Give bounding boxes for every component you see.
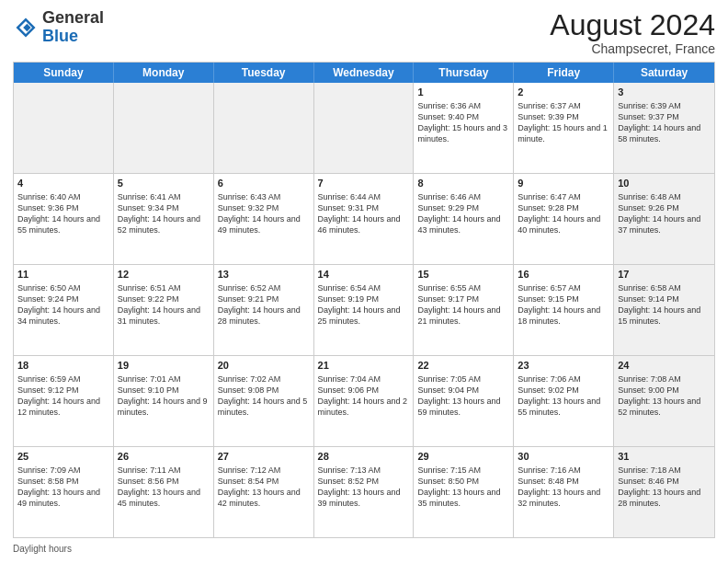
cal-week-4: 18Sunrise: 6:59 AM Sunset: 9:12 PM Dayli… bbox=[14, 355, 714, 446]
cal-day-11: 11Sunrise: 6:50 AM Sunset: 9:24 PM Dayli… bbox=[14, 265, 114, 355]
cal-day-5: 5Sunrise: 6:41 AM Sunset: 9:34 PM Daylig… bbox=[114, 174, 214, 264]
cal-day-6: 6Sunrise: 6:43 AM Sunset: 9:32 PM Daylig… bbox=[214, 174, 314, 264]
cal-day-19: 19Sunrise: 7:01 AM Sunset: 9:10 PM Dayli… bbox=[114, 356, 214, 446]
cal-empty bbox=[314, 83, 415, 173]
day-info: Sunrise: 7:16 AM Sunset: 8:48 PM Dayligh… bbox=[518, 465, 600, 508]
day-info: Sunrise: 6:51 AM Sunset: 9:22 PM Dayligh… bbox=[118, 283, 200, 326]
page: General Blue August 2024 Champsecret, Fr… bbox=[0, 0, 728, 563]
day-info: Sunrise: 6:55 AM Sunset: 9:17 PM Dayligh… bbox=[417, 283, 500, 326]
cal-day-2: 2Sunrise: 6:37 AM Sunset: 9:39 PM Daylig… bbox=[514, 83, 614, 173]
cal-day-31: 31Sunrise: 7:18 AM Sunset: 8:46 PM Dayli… bbox=[614, 447, 714, 537]
cal-day-10: 10Sunrise: 6:48 AM Sunset: 9:26 PM Dayli… bbox=[614, 174, 714, 264]
day-number: 21 bbox=[318, 359, 410, 373]
day-info: Sunrise: 6:54 AM Sunset: 9:19 PM Dayligh… bbox=[318, 283, 401, 326]
cal-day-4: 4Sunrise: 6:40 AM Sunset: 9:36 PM Daylig… bbox=[14, 174, 114, 264]
cal-week-5: 25Sunrise: 7:09 AM Sunset: 8:58 PM Dayli… bbox=[14, 446, 714, 537]
day-number: 7 bbox=[318, 177, 410, 190]
day-number: 5 bbox=[118, 177, 210, 190]
day-info: Sunrise: 7:18 AM Sunset: 8:46 PM Dayligh… bbox=[618, 465, 700, 508]
day-number: 29 bbox=[417, 450, 509, 464]
cal-day-1: 1Sunrise: 6:36 AM Sunset: 9:40 PM Daylig… bbox=[414, 83, 514, 173]
day-info: Sunrise: 7:02 AM Sunset: 9:08 PM Dayligh… bbox=[218, 374, 308, 417]
day-number: 31 bbox=[618, 450, 711, 464]
day-number: 3 bbox=[618, 86, 711, 99]
cal-day-24: 24Sunrise: 7:08 AM Sunset: 9:00 PM Dayli… bbox=[614, 356, 714, 446]
day-number: 13 bbox=[218, 268, 310, 282]
day-info: Sunrise: 6:50 AM Sunset: 9:24 PM Dayligh… bbox=[17, 283, 100, 326]
cal-day-29: 29Sunrise: 7:15 AM Sunset: 8:50 PM Dayli… bbox=[414, 447, 514, 537]
cal-day-23: 23Sunrise: 7:06 AM Sunset: 9:02 PM Dayli… bbox=[514, 356, 614, 446]
cal-empty bbox=[114, 83, 214, 173]
footer: Daylight hours bbox=[13, 544, 715, 554]
cal-day-18: 18Sunrise: 6:59 AM Sunset: 9:12 PM Dayli… bbox=[14, 356, 114, 446]
logo-text: General Blue bbox=[42, 9, 104, 46]
day-number: 27 bbox=[218, 450, 310, 464]
title-block: August 2024 Champsecret, France bbox=[550, 9, 715, 56]
day-of-week-monday: Monday bbox=[114, 63, 214, 83]
cal-day-8: 8Sunrise: 6:46 AM Sunset: 9:29 PM Daylig… bbox=[414, 174, 514, 264]
day-info: Sunrise: 7:05 AM Sunset: 9:04 PM Dayligh… bbox=[417, 374, 500, 417]
cal-day-17: 17Sunrise: 6:58 AM Sunset: 9:14 PM Dayli… bbox=[614, 265, 714, 355]
day-info: Sunrise: 6:44 AM Sunset: 9:31 PM Dayligh… bbox=[318, 192, 401, 235]
logo-general: General bbox=[42, 8, 104, 27]
day-number: 9 bbox=[518, 177, 609, 190]
day-number: 8 bbox=[417, 177, 509, 190]
cal-week-2: 4Sunrise: 6:40 AM Sunset: 9:36 PM Daylig… bbox=[14, 173, 714, 264]
calendar-body: 1Sunrise: 6:36 AM Sunset: 9:40 PM Daylig… bbox=[14, 83, 714, 537]
day-number: 1 bbox=[417, 86, 509, 99]
cal-day-9: 9Sunrise: 6:47 AM Sunset: 9:28 PM Daylig… bbox=[514, 174, 614, 264]
day-info: Sunrise: 6:57 AM Sunset: 9:15 PM Dayligh… bbox=[518, 283, 600, 326]
cal-empty bbox=[214, 83, 314, 173]
day-number: 30 bbox=[518, 450, 609, 464]
cal-day-12: 12Sunrise: 6:51 AM Sunset: 9:22 PM Dayli… bbox=[114, 265, 214, 355]
day-info: Sunrise: 7:08 AM Sunset: 9:00 PM Dayligh… bbox=[618, 374, 700, 417]
cal-day-3: 3Sunrise: 6:39 AM Sunset: 9:37 PM Daylig… bbox=[614, 83, 714, 173]
day-number: 6 bbox=[218, 177, 310, 190]
day-info: Sunrise: 6:52 AM Sunset: 9:21 PM Dayligh… bbox=[218, 283, 301, 326]
day-number: 22 bbox=[417, 359, 509, 373]
day-of-week-thursday: Thursday bbox=[414, 63, 514, 83]
cal-day-25: 25Sunrise: 7:09 AM Sunset: 8:58 PM Dayli… bbox=[14, 447, 114, 537]
cal-day-30: 30Sunrise: 7:16 AM Sunset: 8:48 PM Dayli… bbox=[514, 447, 614, 537]
day-number: 23 bbox=[518, 359, 609, 373]
daylight-hours-label: Daylight hours bbox=[13, 544, 72, 554]
calendar: SundayMondayTuesdayWednesdayThursdayFrid… bbox=[13, 62, 715, 538]
day-info: Sunrise: 7:06 AM Sunset: 9:02 PM Dayligh… bbox=[518, 374, 600, 417]
day-info: Sunrise: 6:41 AM Sunset: 9:34 PM Dayligh… bbox=[118, 192, 200, 235]
day-info: Sunrise: 6:47 AM Sunset: 9:28 PM Dayligh… bbox=[518, 192, 600, 235]
day-info: Sunrise: 7:15 AM Sunset: 8:50 PM Dayligh… bbox=[417, 465, 500, 508]
day-number: 15 bbox=[417, 268, 509, 282]
day-of-week-saturday: Saturday bbox=[614, 63, 714, 83]
day-number: 26 bbox=[118, 450, 210, 464]
header: General Blue August 2024 Champsecret, Fr… bbox=[13, 9, 715, 56]
day-of-week-tuesday: Tuesday bbox=[214, 63, 314, 83]
cal-day-15: 15Sunrise: 6:55 AM Sunset: 9:17 PM Dayli… bbox=[414, 265, 514, 355]
day-info: Sunrise: 7:09 AM Sunset: 8:58 PM Dayligh… bbox=[17, 465, 100, 508]
day-number: 2 bbox=[518, 86, 609, 99]
cal-day-28: 28Sunrise: 7:13 AM Sunset: 8:52 PM Dayli… bbox=[314, 447, 415, 537]
day-info: Sunrise: 6:39 AM Sunset: 9:37 PM Dayligh… bbox=[618, 101, 700, 144]
cal-day-27: 27Sunrise: 7:12 AM Sunset: 8:54 PM Dayli… bbox=[214, 447, 314, 537]
day-info: Sunrise: 6:36 AM Sunset: 9:40 PM Dayligh… bbox=[417, 101, 507, 144]
logo: General Blue bbox=[13, 9, 104, 46]
logo-blue: Blue bbox=[42, 27, 78, 45]
generalblue-logo-icon bbox=[13, 15, 39, 40]
day-info: Sunrise: 6:37 AM Sunset: 9:39 PM Dayligh… bbox=[518, 101, 608, 144]
cal-day-21: 21Sunrise: 7:04 AM Sunset: 9:06 PM Dayli… bbox=[314, 356, 415, 446]
day-of-week-wednesday: Wednesday bbox=[314, 63, 415, 83]
day-number: 28 bbox=[318, 450, 410, 464]
day-number: 4 bbox=[17, 177, 109, 190]
day-number: 24 bbox=[618, 359, 711, 373]
day-number: 16 bbox=[518, 268, 609, 282]
calendar-header: SundayMondayTuesdayWednesdayThursdayFrid… bbox=[14, 63, 714, 83]
day-info: Sunrise: 7:11 AM Sunset: 8:56 PM Dayligh… bbox=[118, 465, 200, 508]
cal-day-13: 13Sunrise: 6:52 AM Sunset: 9:21 PM Dayli… bbox=[214, 265, 314, 355]
day-number: 10 bbox=[618, 177, 711, 190]
day-info: Sunrise: 6:40 AM Sunset: 9:36 PM Dayligh… bbox=[17, 192, 100, 235]
day-of-week-sunday: Sunday bbox=[14, 63, 114, 83]
cal-day-20: 20Sunrise: 7:02 AM Sunset: 9:08 PM Dayli… bbox=[214, 356, 314, 446]
day-info: Sunrise: 6:59 AM Sunset: 9:12 PM Dayligh… bbox=[17, 374, 100, 417]
cal-day-22: 22Sunrise: 7:05 AM Sunset: 9:04 PM Dayli… bbox=[414, 356, 514, 446]
day-info: Sunrise: 6:46 AM Sunset: 9:29 PM Dayligh… bbox=[417, 192, 500, 235]
day-info: Sunrise: 7:12 AM Sunset: 8:54 PM Dayligh… bbox=[218, 465, 301, 508]
